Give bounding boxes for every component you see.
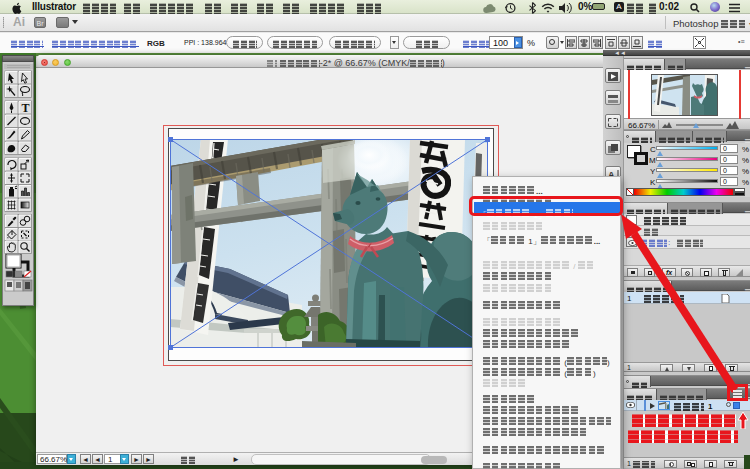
svg-text:T: T [22,101,30,115]
